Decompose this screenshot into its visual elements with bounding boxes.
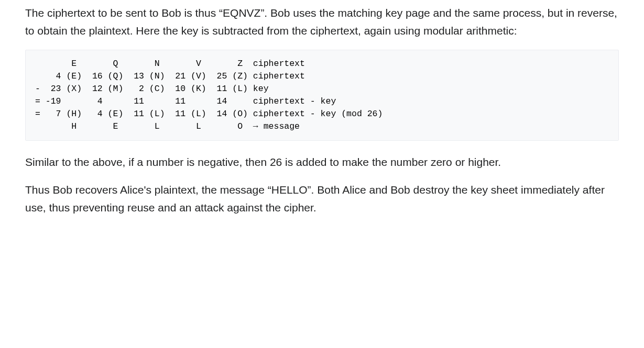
- conclusion-paragraph: Thus Bob recovers Alice's plaintext, the…: [25, 181, 619, 216]
- intro-paragraph: The ciphertext to be sent to Bob is thus…: [25, 4, 619, 39]
- negative-note-paragraph: Similar to the above, if a number is neg…: [25, 153, 619, 171]
- cipher-code-block: E Q N V Z ciphertext 4 (E) 16 (Q) 13 (N)…: [25, 50, 619, 141]
